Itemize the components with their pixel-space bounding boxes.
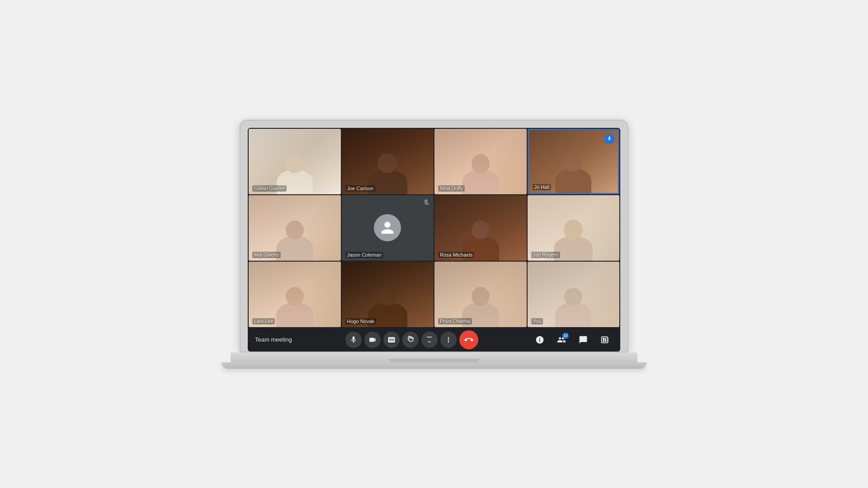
participant-name-lani: Lani Lee [252, 318, 275, 324]
participant-name-priya: Priya Chadha [438, 318, 472, 324]
captions-button[interactable] [383, 332, 400, 348]
mute-indicator-jason [423, 199, 430, 208]
participant-name-jo: Jo Hall [533, 184, 552, 190]
laptop-base [231, 352, 637, 362]
tile-jad[interactable]: Jad Rogers [528, 195, 620, 261]
microphone-button[interactable] [345, 332, 362, 348]
tile-rosa[interactable]: Rosa Michaels [434, 195, 527, 261]
screen-content: Gillian Garner Joe Carlson [248, 128, 620, 352]
controls-right: 12 [532, 332, 613, 348]
present-button[interactable] [421, 332, 438, 348]
people-count-badge: 12 [562, 333, 569, 339]
jason-avatar [374, 214, 401, 241]
participant-name-joe: Joe Carlson [345, 185, 376, 192]
participant-name-you: You [531, 318, 543, 324]
video-grid: Gillian Garner Joe Carlson [248, 128, 620, 328]
participant-name-jason: Jason Coleman [345, 252, 383, 258]
raise-hand-button[interactable] [402, 332, 419, 348]
laptop-chin [222, 362, 646, 369]
participant-name-rosa: Rosa Michaels [438, 252, 474, 258]
participant-name-nina: Nina Duffy [438, 185, 465, 192]
tile-mai[interactable]: Mai Givens [249, 195, 341, 261]
meeting-title: Team meeting [255, 336, 292, 343]
tile-joe[interactable]: Joe Carlson [342, 129, 434, 194]
participant-name-mai: Mai Givens [252, 252, 281, 258]
activities-button[interactable] [597, 332, 613, 348]
people-button[interactable]: 12 [553, 332, 570, 348]
info-button[interactable] [532, 332, 548, 348]
speaking-indicator-jo [604, 134, 614, 144]
tile-you[interactable]: You [528, 262, 620, 327]
bottom-bar: Team meeting [248, 328, 620, 352]
camera-button[interactable] [364, 332, 381, 348]
tile-nina[interactable]: Nina Duffy [434, 129, 527, 194]
tile-priya[interactable]: Priya Chadha [434, 262, 527, 327]
tile-jo[interactable]: Jo Hall [528, 129, 620, 194]
tile-hugo[interactable]: Hugo Novak [342, 262, 434, 327]
end-call-button[interactable] [459, 330, 478, 349]
participant-name-hugo: Hugo Novak [345, 318, 377, 324]
controls-center [345, 330, 478, 349]
laptop-wrapper: Gillian Garner Joe Carlson [231, 120, 637, 369]
laptop-screen: Gillian Garner Joe Carlson [240, 120, 628, 352]
tile-gillian[interactable]: Gillian Garner [249, 129, 341, 194]
tile-lani[interactable]: Lani Lee [249, 262, 341, 327]
participant-name-gillian: Gillian Garner [252, 185, 287, 192]
participant-name-jad: Jad Rogers [531, 252, 560, 258]
more-options-button[interactable] [440, 332, 457, 348]
chat-button[interactable] [575, 332, 591, 348]
tile-jason[interactable]: Jason Coleman [342, 195, 434, 261]
